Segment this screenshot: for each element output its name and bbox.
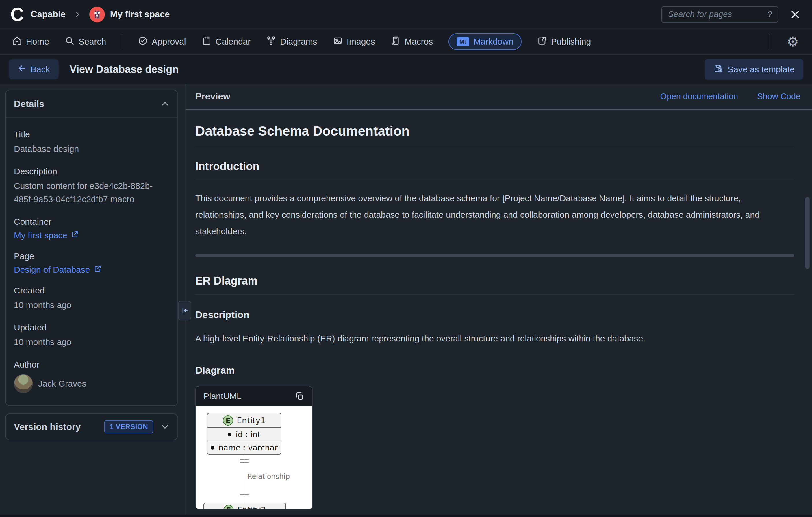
intro-paragraph: This document provides a comprehensive o…	[195, 190, 794, 239]
back-button[interactable]: Back	[9, 59, 59, 79]
plantuml-header: PlantUML	[196, 386, 312, 406]
nav-item-publishing[interactable]: Publishing	[537, 36, 591, 48]
er-diagram-render: E Entity1 id : int name : varchar	[196, 406, 312, 509]
markdown-icon: M↓	[457, 37, 469, 46]
container-link[interactable]: My first space	[14, 230, 169, 240]
field-label-container: Container	[14, 217, 169, 227]
nav-divider-right	[770, 34, 770, 49]
vertical-scrollbar[interactable]	[805, 197, 810, 269]
window-bottom-edge	[0, 515, 812, 517]
nav-item-macros[interactable]: Macros	[391, 36, 433, 48]
section-divider	[195, 254, 794, 257]
doc-title: Database Schema Documentation	[195, 123, 794, 147]
topbar: C Capable My first space ?	[0, 0, 812, 29]
open-documentation-link[interactable]: Open documentation	[660, 92, 738, 101]
main-navbar: Home Search Approval Calendar Diagrams I…	[0, 29, 812, 55]
nav-item-calendar[interactable]: Calendar	[202, 36, 251, 48]
intro-heading: Introduction	[195, 160, 794, 180]
breadcrumb-root[interactable]: Capable	[31, 9, 66, 20]
entity-badge-icon: E	[223, 505, 234, 509]
preview-title: Preview	[195, 91, 230, 102]
nav-item-search[interactable]: Search	[65, 36, 106, 48]
relationship-label: Relationship	[248, 472, 290, 481]
gear-icon[interactable]: ⚙	[786, 35, 800, 48]
entity1-attr-name: name : varchar	[207, 441, 281, 454]
publish-icon	[537, 36, 547, 48]
details-title: Details	[14, 99, 44, 109]
chevron-down-icon[interactable]	[161, 423, 169, 431]
capable-logo: C	[10, 5, 24, 24]
field-label-page: Page	[14, 251, 169, 261]
entity1-header: E Entity1	[207, 413, 281, 428]
collapse-sidebar-button[interactable]	[178, 301, 191, 320]
nav-item-home[interactable]: Home	[12, 36, 49, 48]
er-diagram-heading: ER Diagram	[195, 275, 794, 295]
entity1-name: Entity1	[237, 416, 266, 425]
diagram-heading: Diagram	[195, 364, 794, 376]
entity-badge-icon: E	[223, 415, 233, 426]
avatar	[14, 374, 33, 393]
field-value-description: Custom content for e3de4c2b-882b-485f-9a…	[14, 179, 169, 206]
version-count-badge: 1 VERSION	[104, 420, 153, 433]
nav-item-images[interactable]: Images	[333, 36, 375, 48]
macro-stamp-icon	[391, 36, 401, 48]
close-icon[interactable]	[789, 8, 802, 21]
content-area: Details Title Database design Descriptio…	[0, 84, 812, 517]
nav-item-approval[interactable]: Approval	[138, 36, 186, 48]
entity1-attr-id: id : int	[207, 428, 281, 441]
version-history-panel[interactable]: Version history 1 VERSION	[5, 413, 178, 440]
entity2-header: E Entity2	[204, 503, 285, 509]
description-heading: Description	[195, 309, 794, 320]
details-panel-body: Title Database design Description Custom…	[6, 118, 177, 405]
version-history-title: Version history	[14, 421, 81, 432]
search-icon	[65, 36, 75, 48]
nav-divider	[122, 34, 122, 49]
document-body: Database Schema Documentation Introducti…	[185, 123, 812, 510]
copy-icon[interactable]	[294, 391, 304, 401]
image-icon	[333, 36, 343, 48]
page-link[interactable]: Design of Database	[14, 265, 169, 275]
details-panel-header[interactable]: Details	[6, 90, 177, 118]
preview-pane: Preview Open documentation Show Code Dat…	[185, 84, 812, 517]
nav-item-diagrams[interactable]: Diagrams	[266, 36, 317, 48]
breadcrumb-space[interactable]: My first space	[110, 9, 170, 20]
entity2-name: Entity2	[237, 506, 266, 509]
search-input-wrap: ?	[661, 6, 779, 23]
field-value-title: Database design	[14, 142, 169, 156]
sidebar: Details Title Database design Descriptio…	[0, 84, 185, 517]
home-icon	[12, 36, 22, 48]
preview-header: Preview Open documentation Show Code	[185, 84, 812, 110]
search-input[interactable]	[668, 9, 764, 19]
description-paragraph: A high-level Entity-Relationship (ER) di…	[195, 330, 794, 347]
arrow-left-icon	[17, 64, 27, 75]
field-label-title: Title	[14, 130, 169, 139]
branch-icon	[266, 36, 276, 48]
chevron-right-icon	[74, 11, 81, 18]
field-label-created: Created	[14, 286, 169, 296]
field-value-updated: 10 months ago	[14, 335, 169, 349]
relationship-connector: Relationship	[196, 455, 294, 502]
preview-links: Open documentation Show Code	[660, 92, 801, 101]
show-code-link[interactable]: Show Code	[757, 92, 801, 101]
details-panel: Details Title Database design Descriptio…	[5, 90, 178, 406]
space-avatar-icon	[89, 7, 105, 22]
field-label-author: Author	[14, 360, 169, 370]
plantuml-code-block: PlantUML E Entity1 id : int name :	[195, 386, 313, 510]
app-window: C Capable My first space ? Home	[0, 0, 812, 517]
field-label-updated: Updated	[14, 323, 169, 332]
check-circle-icon	[138, 36, 148, 48]
external-link-icon	[94, 265, 102, 275]
external-link-icon	[71, 230, 79, 240]
page-header: Back View Database design Save as templa…	[0, 55, 812, 84]
calendar-icon	[202, 36, 211, 48]
entity2-box: E Entity2	[203, 502, 286, 509]
author-name: Jack Graves	[38, 379, 86, 389]
save-as-template-button[interactable]: Save as template	[704, 59, 803, 80]
page-title: View Database design	[70, 63, 179, 76]
author-row: Jack Graves	[14, 374, 169, 393]
plantuml-title: PlantUML	[203, 391, 241, 401]
chevron-up-icon[interactable]	[161, 100, 169, 108]
search-shortcut-hint: ?	[767, 9, 772, 19]
nav-item-markdown[interactable]: M↓ Markdown	[448, 33, 521, 50]
save-template-icon	[713, 63, 723, 75]
